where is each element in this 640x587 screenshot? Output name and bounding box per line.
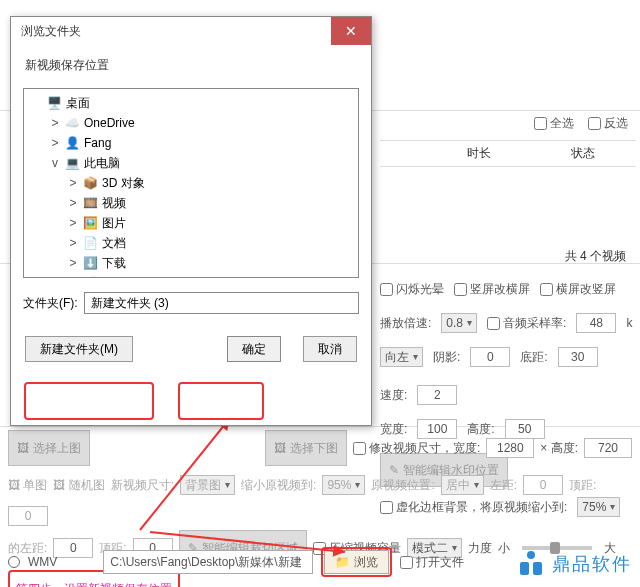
- col-duration: 时长: [434, 145, 524, 162]
- audio-rate[interactable]: 48: [576, 313, 616, 333]
- video-icon: 🎞️: [82, 195, 98, 211]
- speed[interactable]: 2: [417, 385, 457, 405]
- tree-label: 音乐: [102, 275, 126, 279]
- tree-node[interactable]: >🖼️图片: [26, 213, 356, 233]
- music-icon: 🎵: [82, 275, 98, 278]
- tree-label: 此电脑: [84, 155, 120, 172]
- new-size[interactable]: 背景图: [180, 475, 235, 495]
- browse-folder-dialog: 浏览文件夹 ✕ 新视频保存位置 🖥️桌面>☁️OneDrive>👤Fangv💻此…: [10, 16, 372, 426]
- download-icon: ⬇️: [82, 255, 98, 271]
- tree-node[interactable]: v💻此电脑: [26, 153, 356, 173]
- sel-down-img: 🖼 选择下图: [265, 430, 347, 466]
- tree-label: 桌面: [66, 95, 90, 112]
- resize-w[interactable]: 1280: [486, 438, 534, 458]
- expand-icon[interactable]: >: [68, 196, 78, 210]
- resize-chk[interactable]: 修改视频尺寸，宽度:: [353, 433, 480, 463]
- new-folder-button[interactable]: 新建文件夹(M): [25, 336, 133, 362]
- video-count: 共 4 个视频: [565, 248, 626, 265]
- wmv-label: WMV: [28, 555, 57, 569]
- svg-rect-1: [520, 562, 529, 575]
- ok-button[interactable]: 确定: [227, 336, 281, 362]
- top-dist[interactable]: 0: [8, 506, 48, 526]
- tree-label: 下载: [102, 255, 126, 272]
- folder-label: 文件夹(F):: [23, 295, 78, 312]
- left-dist[interactable]: 0: [523, 475, 563, 495]
- resize-h[interactable]: 720: [584, 438, 632, 458]
- expand-icon[interactable]: v: [50, 156, 60, 170]
- save-path[interactable]: C:\Users\Fang\Desktop\新媒体\新建: [103, 550, 313, 574]
- shrink[interactable]: 95%: [322, 475, 365, 495]
- opt-flash[interactable]: 闪烁光晕: [380, 275, 444, 303]
- expand-icon[interactable]: >: [50, 116, 60, 130]
- tree-node[interactable]: >👤Fang: [26, 133, 356, 153]
- image-icon: 🖼️: [82, 215, 98, 231]
- tree-node[interactable]: >☁️OneDrive: [26, 113, 356, 133]
- brand-icon: [516, 549, 546, 579]
- doc-icon: 📄: [82, 235, 98, 251]
- play-speed[interactable]: 0.8: [441, 313, 477, 333]
- tree-node[interactable]: >🎞️视频: [26, 193, 356, 213]
- svg-rect-2: [533, 562, 542, 575]
- pc-icon: 💻: [64, 155, 80, 171]
- orig-pos[interactable]: 居中: [441, 475, 484, 495]
- cube-icon: 📦: [82, 175, 98, 191]
- tree-label: Fang: [84, 136, 111, 150]
- folder-tree[interactable]: 🖥️桌面>☁️OneDrive>👤Fangv💻此电脑>📦3D 对象>🎞️视频>🖼…: [23, 88, 359, 278]
- invert-select[interactable]: 反选: [588, 115, 628, 132]
- folder-icon: 📁: [335, 555, 350, 569]
- cloud-icon: ☁️: [64, 115, 80, 131]
- expand-icon[interactable]: >: [68, 256, 78, 270]
- tree-label: 视频: [102, 195, 126, 212]
- audio-rate-chk[interactable]: 音频采样率:: [487, 309, 566, 337]
- table-area: 全选 反选 时长 状态: [380, 115, 636, 175]
- browse-button[interactable]: 📁浏览: [324, 550, 389, 574]
- opt-v2h[interactable]: 竖屏改横屏: [454, 275, 530, 303]
- user-icon: 👤: [64, 135, 80, 151]
- dialog-title: 浏览文件夹: [21, 23, 81, 40]
- tree-label: OneDrive: [84, 116, 135, 130]
- tree-node[interactable]: >⬇️下载: [26, 253, 356, 273]
- play-speed-label: 播放倍速:: [380, 309, 431, 337]
- brand-text: 鼎品软件: [552, 552, 632, 576]
- desktop-icon: 🖥️: [46, 95, 62, 111]
- browse-highlight: 📁浏览: [321, 547, 392, 577]
- expand-icon[interactable]: >: [68, 176, 78, 190]
- tree-node[interactable]: 🖥️桌面: [26, 93, 356, 113]
- dialog-titlebar[interactable]: 浏览文件夹 ✕: [11, 17, 371, 45]
- cancel-button[interactable]: 取消: [303, 336, 357, 362]
- dialog-subtitle: 新视频保存位置: [11, 45, 371, 80]
- tree-node[interactable]: >📦3D 对象: [26, 173, 356, 193]
- random-img: 🖼 随机图: [53, 470, 104, 500]
- svg-point-0: [527, 551, 535, 559]
- opt-h2v[interactable]: 横屏改竖屏: [540, 275, 616, 303]
- tree-node[interactable]: >🎵音乐: [26, 273, 356, 278]
- expand-icon[interactable]: >: [68, 236, 78, 250]
- brand-logo: 鼎品软件: [516, 549, 632, 579]
- tree-label: 3D 对象: [102, 175, 145, 192]
- shadow[interactable]: 0: [470, 347, 510, 367]
- tree-node[interactable]: >📄文档: [26, 233, 356, 253]
- close-icon[interactable]: ✕: [331, 17, 371, 45]
- col-status: 状态: [538, 145, 628, 162]
- select-all[interactable]: 全选: [534, 115, 574, 132]
- folder-input[interactable]: 新建文件夹 (3): [84, 292, 359, 314]
- tree-label: 文档: [102, 235, 126, 252]
- single-img: 🖼 单图: [8, 470, 47, 500]
- sel-up-img: 🖼 选择上图: [8, 430, 90, 466]
- open-file[interactable]: 打开文件: [400, 554, 464, 571]
- direction[interactable]: 向左: [380, 347, 423, 367]
- expand-icon[interactable]: >: [68, 276, 78, 278]
- expand-icon[interactable]: >: [68, 216, 78, 230]
- tree-label: 图片: [102, 215, 126, 232]
- wmv-radio[interactable]: [8, 556, 20, 568]
- expand-icon[interactable]: >: [50, 136, 60, 150]
- bottom-dist[interactable]: 30: [558, 347, 598, 367]
